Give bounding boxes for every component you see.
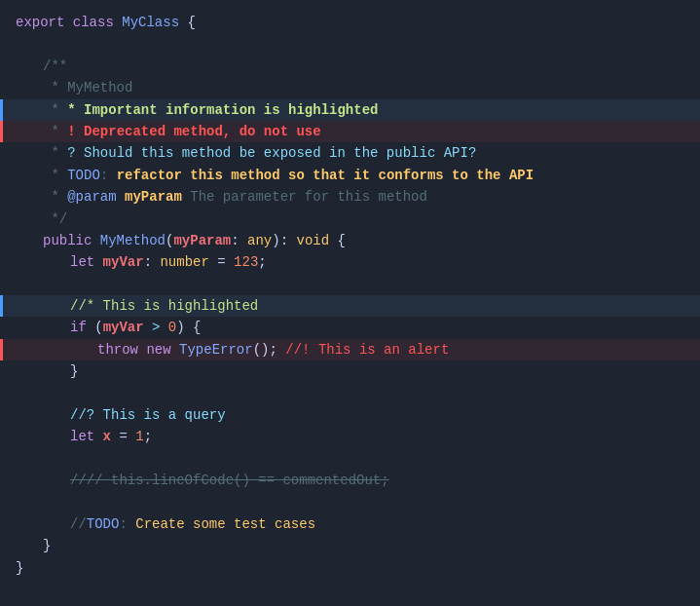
jsdoc-method: * MyMethod xyxy=(43,77,132,98)
code-line-15: if (myVar > 0) { xyxy=(0,317,700,338)
code-line-24: //TODO: Create some test cases xyxy=(0,513,700,535)
num-1: 1 xyxy=(135,426,143,447)
code-line-2 xyxy=(0,33,700,55)
code-line-5: * * Important information is highlighted xyxy=(0,99,700,121)
jsdoc-star3: * xyxy=(43,142,67,164)
type-number: number xyxy=(160,251,208,273)
code-line-23 xyxy=(0,492,700,513)
jsdoc-todo-kw: TODO xyxy=(67,165,100,186)
assign1: = xyxy=(209,251,234,273)
code-line-4: * MyMethod xyxy=(0,77,700,98)
method-brace-close: } xyxy=(43,535,51,556)
gt-operator: > xyxy=(144,317,168,338)
var-myvar: myVar xyxy=(103,251,144,273)
jsdoc-important-marker: * Important information is highlighted xyxy=(67,99,378,121)
paren-close: ) xyxy=(272,230,279,251)
code-line-25: } xyxy=(0,535,700,556)
jsdoc-star4: * xyxy=(43,165,67,186)
code-line-9: * @param myParam The parameter for this … xyxy=(0,186,700,208)
todo-inline-text: Create some test cases xyxy=(128,513,315,535)
jsdoc-deprecated: ! Deprecated method, do not use xyxy=(67,121,320,142)
jsdoc-star1: * xyxy=(43,99,67,121)
colon3: : xyxy=(144,251,161,273)
code-line-17: } xyxy=(0,360,700,382)
jsdoc-param-tag: @param xyxy=(67,186,125,208)
semi1: ; xyxy=(258,251,266,273)
keyword-export: export xyxy=(16,12,73,33)
type-any: any xyxy=(247,230,272,251)
jsdoc-param-desc: The parameter for this method xyxy=(182,186,427,208)
class-name: MyClass xyxy=(122,12,187,33)
kw-let1: let xyxy=(70,251,103,273)
code-line-14: //* This is highlighted xyxy=(0,295,700,317)
semi2: ; xyxy=(269,339,285,360)
colon2: : xyxy=(280,230,297,251)
kw-throw: throw xyxy=(97,339,146,360)
code-line-6: * ! Deprecated method, do not use xyxy=(0,121,700,142)
jsdoc-question: ? Should this method be exposed in the p… xyxy=(67,142,476,164)
method-name: MyMethod xyxy=(100,230,166,251)
method-brace: { xyxy=(329,230,346,251)
jsdoc-close: */ xyxy=(43,208,67,230)
kw-new: new xyxy=(146,339,179,360)
kw-public: public xyxy=(43,230,100,251)
comment-strikethrough: //// this.lineOfCode() == commentedOut; xyxy=(70,470,389,491)
param-name: myParam xyxy=(173,230,231,251)
jsdoc-todo-colon: : xyxy=(100,165,108,186)
var-myvar2: myVar xyxy=(103,317,144,338)
if-brace-close: } xyxy=(70,360,78,382)
keyword-class: class xyxy=(73,12,122,33)
todo-keyword: TODO xyxy=(87,513,120,535)
assign2: = xyxy=(111,426,135,447)
comment-highlight: //* This is highlighted xyxy=(70,295,258,317)
todo-colon: : xyxy=(119,513,127,535)
code-line-22: //// this.lineOfCode() == commentedOut; xyxy=(0,470,700,491)
paren-open: ( xyxy=(166,230,173,251)
comment-alert: //! This is an alert xyxy=(285,339,449,360)
code-line-16: throw new TypeError(); //! This is an al… xyxy=(0,339,700,360)
kw-let2: let xyxy=(70,426,103,447)
code-line-26: } xyxy=(0,557,700,579)
comment-query: //? This is a query xyxy=(70,404,226,426)
jsdoc-star5: * xyxy=(43,186,67,208)
code-line-20: let x = 1; xyxy=(0,426,700,447)
var-x: x xyxy=(103,426,111,447)
if-paren-close: ) { xyxy=(176,317,201,338)
code-line-18 xyxy=(0,383,700,404)
if-paren-open: ( xyxy=(94,317,102,338)
jsdoc-star2: * xyxy=(43,121,67,142)
semi3: ; xyxy=(144,426,152,447)
code-line-21 xyxy=(0,448,700,470)
jsdoc-param-name: myParam xyxy=(125,186,182,208)
code-line-3: /** xyxy=(0,56,700,77)
brace-open: { xyxy=(187,12,195,33)
code-line-7: * ? Should this method be exposed in the… xyxy=(0,142,700,164)
code-line-10: */ xyxy=(0,208,700,230)
code-line-11: public MyMethod(myParam: any): void { xyxy=(0,230,700,251)
code-editor: export class MyClass { /** * MyMethod * … xyxy=(0,0,700,606)
jsdoc-open: /** xyxy=(43,56,67,77)
code-line-13 xyxy=(0,274,700,295)
num-0: 0 xyxy=(168,317,176,338)
kw-if: if xyxy=(70,317,94,338)
type-void: void xyxy=(297,230,330,251)
code-line-1: export class MyClass { xyxy=(0,12,700,33)
code-line-19: //? This is a query xyxy=(0,404,700,426)
code-line-12: let myVar: number = 123; xyxy=(0,251,700,273)
call-parens: () xyxy=(253,339,270,360)
func-typeerror: TypeError xyxy=(179,339,253,360)
class-brace-close: } xyxy=(16,557,23,579)
jsdoc-todo-text: refactor this method so that it conforms… xyxy=(108,165,534,186)
num-123: 123 xyxy=(234,251,258,273)
comment-todo-slashes: // xyxy=(70,513,87,535)
colon1: : xyxy=(231,230,247,251)
code-line-8: * TODO: refactor this method so that it … xyxy=(0,165,700,186)
